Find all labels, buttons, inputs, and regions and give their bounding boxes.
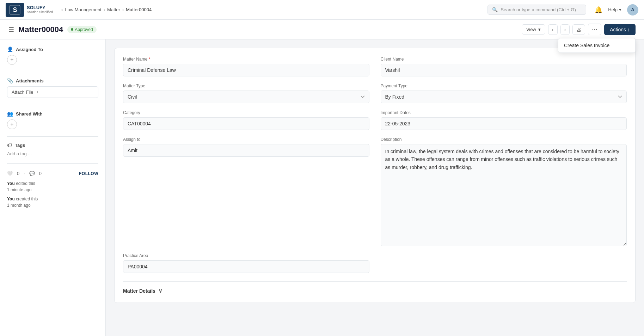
chevron-down-icon: ∨ bbox=[158, 287, 162, 294]
assigned-to-section: 👤 Assigned To + bbox=[7, 46, 98, 65]
hamburger-icon[interactable]: ☰ bbox=[8, 26, 14, 33]
next-button[interactable]: › bbox=[560, 24, 570, 35]
activity-item-2: You created this 1 month ago bbox=[7, 196, 98, 209]
practice-area-group: Practice Area bbox=[123, 253, 369, 273]
assigned-to-label: Assigned To bbox=[16, 47, 43, 52]
search-placeholder: Search or type a command (Ctrl + G) bbox=[501, 7, 576, 12]
follow-button[interactable]: FOLLOW bbox=[79, 171, 98, 176]
payment-type-select[interactable]: By Fixed bbox=[381, 91, 627, 103]
actions-label: Actions ↕ bbox=[610, 27, 630, 32]
matter-details-row[interactable]: Matter Details ∨ bbox=[123, 281, 627, 294]
client-name-input[interactable] bbox=[381, 64, 627, 76]
heart-icon[interactable]: 🤍 bbox=[7, 171, 13, 176]
create-sales-invoice-item[interactable]: Create Sales Invoice bbox=[558, 38, 635, 52]
matter-type-select[interactable]: Civil bbox=[123, 91, 369, 103]
more-button[interactable]: ⋯ bbox=[588, 24, 601, 35]
category-group: Category bbox=[123, 110, 369, 130]
attachments-title: 📎 Attachments bbox=[7, 78, 98, 83]
attach-file-button[interactable]: Attach File + bbox=[7, 86, 98, 98]
dot-sep: · bbox=[24, 171, 25, 176]
status-dot bbox=[71, 28, 73, 31]
actions-dropdown: Create Sales Invoice bbox=[558, 38, 636, 53]
matter-type-label: Matter Type bbox=[123, 83, 369, 88]
add-assigned-button[interactable]: + bbox=[7, 55, 17, 65]
activity-item-1-bold: You bbox=[7, 181, 15, 186]
tags-title: 🏷 Tags bbox=[7, 142, 98, 148]
content-area: Matter Name * Client Name Matter Type Ci… bbox=[106, 39, 644, 336]
status-badge: Approved bbox=[67, 26, 96, 33]
avatar[interactable]: A bbox=[627, 4, 638, 15]
tag-placeholder[interactable]: Add a tag ... bbox=[7, 151, 32, 156]
description-textarea[interactable]: In criminal law, the legal system deals … bbox=[381, 144, 627, 246]
svg-text:S: S bbox=[13, 6, 17, 13]
add-shared-button[interactable]: + bbox=[7, 119, 17, 129]
help-chevron-icon: ▾ bbox=[619, 7, 621, 12]
people-icon: 👥 bbox=[7, 111, 13, 117]
activity-item-2-text: created this bbox=[16, 197, 38, 201]
activity-item-1-text: edited this bbox=[16, 181, 35, 186]
activity-item-2-time: 1 month ago bbox=[7, 203, 31, 208]
description-group: Description In criminal law, the legal s… bbox=[381, 137, 627, 246]
tags-label: Tags bbox=[15, 143, 25, 148]
attachments-section: 📎 Attachments Attach File + bbox=[7, 78, 98, 98]
actions-button[interactable]: Actions ↕ bbox=[604, 24, 636, 35]
payment-type-group: Payment Type By Fixed bbox=[381, 83, 627, 103]
activity-item-1-time: 1 minute ago bbox=[7, 187, 31, 192]
shared-with-label: Shared With bbox=[16, 111, 43, 117]
logo: S SOLUFY Solution Simplified bbox=[6, 3, 53, 17]
divider-1 bbox=[7, 72, 98, 72]
matter-details-label: Matter Details bbox=[123, 288, 155, 294]
breadcrumb-sep3: › bbox=[122, 7, 124, 12]
assigned-to-title: 👤 Assigned To bbox=[7, 46, 98, 52]
prev-button[interactable]: ‹ bbox=[548, 24, 558, 35]
payment-type-label: Payment Type bbox=[381, 83, 627, 88]
activity-section: 🤍 0 · 💬 0 FOLLOW You edited this 1 minut… bbox=[7, 171, 98, 209]
comments-count: 0 bbox=[39, 171, 42, 176]
main-layout: 👤 Assigned To + 📎 Attachments Attach Fil… bbox=[0, 39, 644, 336]
shared-with-section: 👥 Shared With + bbox=[7, 111, 98, 129]
tags-section: 🏷 Tags Add a tag ... bbox=[7, 142, 98, 156]
person-icon: 👤 bbox=[7, 46, 13, 52]
header-actions: View ▾ ‹ › 🖨 ⋯ Actions ↕ bbox=[522, 24, 636, 35]
search-bar[interactable]: 🔍 Search or type a command (Ctrl + G) bbox=[487, 5, 586, 15]
view-button[interactable]: View ▾ bbox=[522, 24, 545, 35]
divider-3 bbox=[7, 136, 98, 137]
bell-icon[interactable]: 🔔 bbox=[595, 6, 602, 14]
category-input[interactable] bbox=[123, 117, 369, 130]
description-label: Description bbox=[381, 137, 627, 142]
page-header: ☰ Matter00004 Approved View ▾ ‹ › 🖨 ⋯ Ac… bbox=[0, 20, 644, 39]
breadcrumb-law[interactable]: Law Management bbox=[65, 7, 101, 12]
attachments-label: Attachments bbox=[16, 78, 44, 83]
logo-icon: S bbox=[6, 3, 24, 17]
status-label: Approved bbox=[75, 27, 93, 32]
matter-name-label: Matter Name * bbox=[123, 57, 369, 62]
likes-count: 0 bbox=[17, 171, 19, 176]
form-card: Matter Name * Client Name Matter Type Ci… bbox=[114, 48, 636, 303]
comment-icon[interactable]: 💬 bbox=[29, 171, 35, 176]
important-dates-label: Important Dates bbox=[381, 110, 627, 115]
matter-type-group: Matter Type Civil bbox=[123, 83, 369, 103]
tag-icon: 🏷 bbox=[7, 142, 12, 148]
brand-tagline: Solution Simplified bbox=[27, 11, 53, 14]
matter-name-group: Matter Name * bbox=[123, 57, 369, 76]
help-button[interactable]: Help ▾ bbox=[608, 7, 621, 12]
attach-file-label: Attach File bbox=[12, 89, 33, 95]
attach-plus-icon: + bbox=[36, 89, 39, 95]
print-button[interactable]: 🖨 bbox=[572, 24, 585, 35]
practice-area-label: Practice Area bbox=[123, 253, 369, 258]
important-dates-input[interactable] bbox=[381, 117, 627, 130]
sidebar: 👤 Assigned To + 📎 Attachments Attach Fil… bbox=[0, 39, 106, 336]
assign-to-group: Assign to bbox=[123, 137, 369, 246]
matter-name-input[interactable] bbox=[123, 64, 369, 76]
activity-item-1: You edited this 1 minute ago bbox=[7, 180, 98, 193]
breadcrumb: › Law Management › Matter › Matter00004 bbox=[61, 7, 152, 12]
breadcrumb-matter[interactable]: Matter bbox=[107, 7, 120, 12]
like-comment-row: 🤍 0 · 💬 0 FOLLOW bbox=[7, 171, 98, 176]
assign-to-input[interactable] bbox=[123, 144, 369, 157]
client-name-group: Client Name bbox=[381, 57, 627, 76]
help-label: Help bbox=[608, 7, 618, 12]
practice-area-input[interactable] bbox=[123, 260, 369, 273]
required-star: * bbox=[149, 57, 151, 62]
client-name-label: Client Name bbox=[381, 57, 627, 62]
breadcrumb-sep1: › bbox=[61, 7, 63, 12]
